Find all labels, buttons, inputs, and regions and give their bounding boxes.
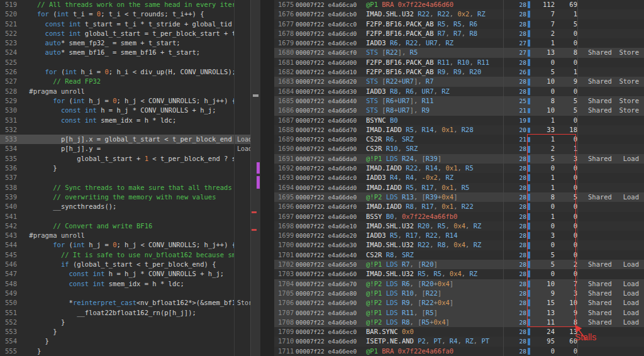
sass-row[interactable]: 169000007f22 e4a66d90CS2R R10, SRZ2821	[274, 144, 644, 153]
source-line[interactable]: 552 }	[0, 318, 250, 327]
sass-row[interactable]: 169300007f22 e4a66dc0IADD3 R4, R4, -0x2,…	[274, 173, 644, 182]
memory-space	[577, 144, 616, 153]
source-line[interactable]: 531 const int smem_idx = h * ldc;	[0, 116, 250, 125]
source-line[interactable]: 534 p[h_j].y =Load	[0, 144, 250, 153]
sass-row[interactable]: 170700007f22 e4a66ea0@!P1 LDS R11, [R5]2…	[274, 308, 644, 318]
live-registers-cell: 28	[503, 144, 532, 153]
sass-row[interactable]: 170500007f22 e4a66e80@!P1 LDS R10, [R22]…	[274, 289, 644, 298]
source-line[interactable]: 537	[0, 173, 250, 182]
source-line[interactable]: 544 for (int h_j = 0; h_j < CONV_UNROLLS…	[0, 240, 250, 250]
source-line[interactable]: 538 // Sync threads to make sure that al…	[0, 183, 250, 192]
sass-row[interactable]: 169400007f22 e4a66dd0IMAD.IADD R5, R17, …	[274, 183, 644, 192]
source-line[interactable]: 550 *reinterpret_cast<nv_bfloat162*>(&sm…	[0, 298, 250, 308]
memory-op-tag	[234, 289, 250, 298]
sass-row[interactable]: 168600007f22 e4a66d50STS [R8+UR7], R9211…	[274, 106, 644, 115]
source-line[interactable]: 554 }	[0, 337, 250, 346]
source-line[interactable]: 555 }	[0, 347, 250, 356]
sass-row[interactable]: 170600007f22 e4a66e90@!P2 LDS R9, [R22+0…	[274, 298, 644, 308]
source-line[interactable]: 528 #pragma unroll	[0, 87, 250, 96]
sass-row[interactable]: 167500007f22 e4a66ca0@P1 BRA 0x7f22e4a66…	[274, 0, 644, 9]
sass-row[interactable]: 169900007f22 e4a66e20IADD3 R5, R17, R22,…	[274, 231, 644, 240]
source-line[interactable]: 542 // Convert and write BF16	[0, 221, 250, 231]
sass-row[interactable]: 170400007f22 e4a66e70@!P2 LDS R6, [R20+0…	[274, 279, 644, 289]
sass-instruction: STS [R22], R5	[366, 48, 503, 57]
source-line[interactable]: 523 auto* smem_fp32_ = smem + t_start;	[0, 38, 250, 48]
source-line[interactable]: 540 __syncthreads();	[0, 202, 250, 211]
sass-row[interactable]: 169700007f22 e4a66e00BSSY B0, 0x7f22e4a6…	[274, 212, 644, 221]
sass-row[interactable]: 170300007f22 e4a66e60IMAD.SHL.U32 R5, R5…	[274, 269, 644, 279]
sass-row[interactable]: 167600007f22 e4a66cb0IMAD.SHL.U32 R22, R…	[274, 9, 644, 19]
source-line[interactable]: 539 // overwriting the memory with new v…	[0, 192, 250, 202]
line-number: 1700	[274, 240, 296, 250]
sass-row[interactable]: 168400007f22 e4a66d30IADD3 R8, R6, UR7, …	[274, 87, 644, 96]
sample-count-primary: 1	[532, 183, 555, 192]
sass-row[interactable]: 168500007f22 e4a66d40STS [R6+UR7], R1125…	[274, 96, 644, 106]
instruction-address: 00007f22 e4a66d80	[296, 135, 366, 144]
sass-row[interactable]: 168800007f22 e4a66d70IMAD.IADD R5, R14, …	[274, 125, 644, 135]
source-pane[interactable]: 519 // All threads work on the same head…	[0, 0, 250, 356]
source-line[interactable]: 532	[0, 125, 250, 135]
sass-row[interactable]: 168700007f22 e4a66d60BSYNC B01910	[274, 116, 644, 125]
source-line[interactable]: 529 for (int h_j = 0; h_j < CONV_UNROLLS…	[0, 96, 250, 106]
sass-row[interactable]: 170200007f22 e4a66e50@!P1 LDS R7, [R20]2…	[274, 260, 644, 269]
sass-row[interactable]: 167900007f22 e4a66ce0IADD3 R6, R22, UR7,…	[274, 38, 644, 48]
sass-row[interactable]: 167700007f22 e4a66cc0F2FP.BF16.PACK_AB R…	[274, 19, 644, 29]
sass-row[interactable]: 168100007f22 e4a66d00F2FP.BF16.PACK_AB R…	[274, 58, 644, 67]
live-registers-cell: 28	[503, 154, 532, 164]
source-line[interactable]: 541	[0, 212, 250, 221]
source-line[interactable]: 526 for (int h_i = 0; h_i < div_up(H, CO…	[0, 67, 250, 77]
sass-row[interactable]: 167800007f22 e4a66cd0F2FP.BF16.PACK_AB R…	[274, 29, 644, 38]
source-line[interactable]: 545 // It is safe to use nv_bfloat162 be…	[0, 250, 250, 260]
memory-access-op	[616, 0, 644, 9]
sass-row[interactable]: 170100007f22 e4a66e40CS2R R8, SRZ2850	[274, 250, 644, 260]
sass-row[interactable]: 171100007f22 e4a66ee0@P1 BRA 0x7f22e4a66…	[274, 347, 644, 356]
source-line-selected[interactable]: 533 p[h_j].x = global_t_start < t_per_bl…	[0, 135, 250, 144]
source-line[interactable]: 525	[0, 58, 250, 67]
memory-op-tag	[234, 260, 250, 269]
sass-row[interactable]: 169800007f22 e4a66e10IMAD.SHL.U32 R20, R…	[274, 221, 644, 231]
source-line[interactable]: 530 const int h = h_j * CONV_UNROLLS + h…	[0, 106, 250, 115]
memory-op-tag	[234, 9, 250, 19]
source-line[interactable]: 522 const int global_t_start = t_per_blo…	[0, 29, 250, 38]
sass-row[interactable]: 170800007f22 e4a66eb0@!P2 LDS R8, [R5+0x…	[274, 318, 644, 327]
source-line[interactable]: 521 const int t_start = t_i * t_stride +…	[0, 19, 250, 29]
sass-row[interactable]: 169100007f22 e4a66da0@!P1 LDS R24, [R39]…	[274, 154, 644, 164]
sample-count-secondary: 18	[555, 125, 577, 135]
memory-access-op: Store	[616, 77, 644, 86]
scrollbar[interactable]	[250, 0, 260, 356]
sass-row[interactable]: 168300007f22 e4a66d20STS [R22+UR7], R728…	[274, 77, 644, 86]
memory-space: Shared	[577, 308, 616, 318]
sass-row[interactable]: 168200007f22 e4a66d10F2FP.BF16.PACK_AB R…	[274, 67, 644, 77]
source-line[interactable]: 527 // Read FP32	[0, 77, 250, 86]
sass-row[interactable]: 169200007f22 e4a66db0IMAD.IADD R22, R14,…	[274, 164, 644, 173]
source-line[interactable]: 553 }	[0, 327, 250, 337]
live-registers-bar	[528, 50, 530, 57]
source-line[interactable]: 546 if (global_t_start < t_per_block_end…	[0, 260, 250, 269]
sample-count-primary: 2	[532, 144, 555, 153]
live-registers-cell: 27	[503, 38, 532, 48]
sass-row[interactable]: 168000007f22 e4a66cf0STS [R22], R527138S…	[274, 48, 644, 57]
memory-space	[577, 231, 616, 240]
sass-row[interactable]: 170000007f22 e4a66e30IMAD.SHL.U32 R22, R…	[274, 240, 644, 250]
source-line[interactable]: 549	[0, 289, 250, 298]
instruction-address: 00007f22 e4a66e70	[296, 279, 366, 289]
memory-access-op	[616, 221, 644, 231]
source-code-text: }	[25, 327, 234, 337]
sass-row[interactable]: 169600007f22 e4a66df0IMAD.IADD R8, R17, …	[274, 202, 644, 211]
source-line[interactable]: 536 }	[0, 164, 250, 173]
source-line[interactable]: 547 const int h = h_j * CONV_UNROLLS + h…	[0, 269, 250, 279]
source-line[interactable]: 524 auto* smem_bf16_ = smem_bf16 + t_sta…	[0, 48, 250, 57]
live-registers-bar	[528, 223, 530, 230]
source-line[interactable]: 520 for (int t_i = 0; t_i < t_rounds; t_…	[0, 9, 250, 19]
source-line[interactable]: 551 __float22bfloat162_rn(p[h_j]);	[0, 308, 250, 318]
source-line[interactable]: 519 // All threads work on the same head…	[0, 0, 250, 9]
source-line[interactable]: 535 global_t_start + 1 < t_per_block_end…	[0, 154, 250, 164]
memory-op-tag	[234, 231, 250, 240]
sass-row[interactable]: 169500007f22 e4a66de0@!P2 LDS R13, [R39+…	[274, 192, 644, 202]
sass-pane[interactable]: 167500007f22 e4a66ca0@P1 BRA 0x7f22e4a66…	[274, 0, 644, 356]
line-number: 1677	[274, 19, 296, 29]
source-line[interactable]: 548 const int smem_idx = h * ldc;	[0, 279, 250, 289]
source-line[interactable]: 543 #pragma unroll	[0, 231, 250, 240]
source-code-text: // All threads work on the same head in …	[25, 0, 234, 9]
sass-row[interactable]: 168900007f22 e4a66d80CS2R R6, SRZ2110	[274, 135, 644, 144]
